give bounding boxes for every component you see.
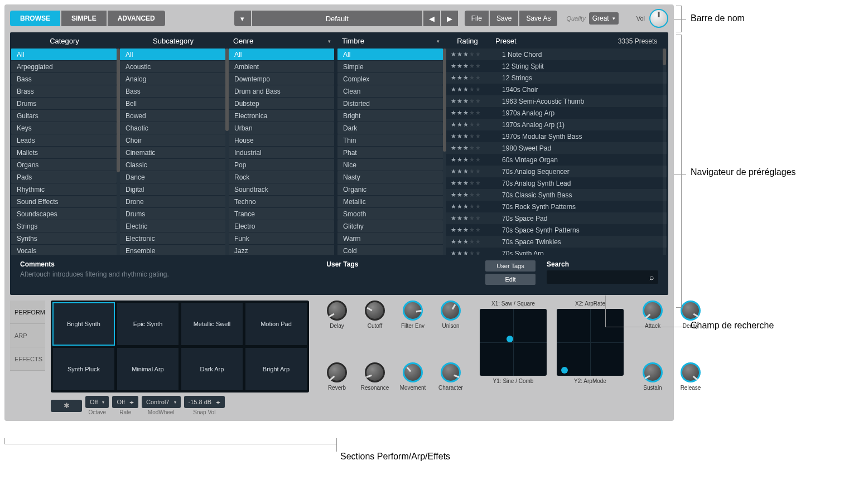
xy-pad-2[interactable] [557, 309, 624, 376]
list-item[interactable]: Downtempo [229, 73, 334, 85]
rating-stars[interactable]: ★★★★★ [446, 203, 498, 210]
list-item[interactable]: Dubstep [229, 98, 334, 109]
list-item[interactable]: Thin [337, 134, 443, 146]
list-item[interactable]: All [337, 49, 443, 60]
preset-row[interactable]: ★★★★★60s Vintage Organ [446, 154, 667, 166]
rating-stars[interactable]: ★★★★★ [446, 238, 498, 245]
list-item[interactable]: Organs [11, 159, 117, 171]
list-item[interactable]: Classic [120, 159, 225, 171]
simple-tab[interactable]: SIMPLE [61, 11, 107, 26]
browse-tab[interactable]: BROWSE [10, 11, 60, 26]
list-item[interactable]: Dance [120, 171, 225, 183]
list-item[interactable]: Rock [229, 171, 334, 183]
knob-reverb[interactable] [327, 362, 347, 382]
rating-stars[interactable]: ★★★★★ [446, 74, 498, 81]
preset-row[interactable]: ★★★★★70s Classic Synth Bass [446, 189, 667, 201]
list-item[interactable]: Warm [337, 232, 443, 244]
preset-row[interactable]: ★★★★★12 String Split [446, 60, 667, 72]
perform-pad[interactable]: Bright Synth [52, 302, 115, 346]
preset-name[interactable]: Default [252, 11, 422, 26]
next-preset-button[interactable]: ▶ [441, 11, 458, 26]
list-item[interactable]: Bass [11, 73, 117, 85]
rating-stars[interactable]: ★★★★★ [446, 109, 498, 117]
rating-stars[interactable]: ★★★★★ [446, 86, 498, 93]
list-item[interactable]: Bell [120, 98, 225, 109]
quality-select[interactable]: Great▾ [589, 12, 619, 25]
modwheel-select[interactable]: Control7▾ [142, 396, 181, 408]
rating-stars[interactable]: ★★★★★ [446, 98, 498, 105]
list-item[interactable]: Drums [120, 208, 225, 220]
knob-release[interactable] [681, 362, 701, 382]
preset-row[interactable]: ★★★★★70s Rock Synth Patterns [446, 201, 667, 212]
list-item[interactable]: Electro [229, 220, 334, 232]
perform-tab[interactable]: PERFORM [10, 301, 45, 324]
preset-row[interactable]: ★★★★★70s Space Pad [446, 212, 667, 224]
list-item[interactable]: Jazz [229, 245, 334, 255]
list-item[interactable]: House [229, 134, 334, 146]
list-item[interactable]: Sound Effects [11, 196, 117, 207]
user-tags-button[interactable]: User Tags [485, 260, 536, 272]
list-item[interactable]: All [120, 49, 225, 60]
list-item[interactable]: Smooth [337, 208, 443, 220]
preset-row[interactable]: ★★★★★1970s Analog Arp (1) [446, 119, 667, 130]
xy-dot[interactable] [561, 367, 568, 374]
list-item[interactable]: Analog [120, 73, 225, 85]
list-item[interactable]: Techno [229, 196, 334, 207]
perform-pad[interactable]: Dark Arp [181, 347, 243, 391]
knob-attack[interactable] [643, 301, 663, 321]
snap-vol[interactable]: -15.8 dB◂▸ [184, 396, 225, 408]
octave-select[interactable]: Off▾ [85, 396, 109, 408]
xy-dot[interactable] [506, 336, 513, 342]
list-item[interactable]: Drums [11, 98, 117, 109]
list-item[interactable]: Pop [229, 159, 334, 171]
list-item[interactable]: Electronica [229, 110, 334, 122]
scrollbar[interactable] [663, 49, 666, 65]
knob-filter-env[interactable] [403, 301, 423, 321]
gear-button[interactable]: ✱ [51, 400, 82, 412]
preset-row[interactable]: ★★★★★70s Analog Synth Lead [446, 177, 667, 189]
rating-stars[interactable]: ★★★★★ [446, 168, 498, 175]
list-item[interactable]: Nasty [337, 171, 443, 183]
list-item[interactable]: Arpeggiated [11, 61, 117, 72]
knob-character[interactable] [441, 362, 461, 382]
rating-stars[interactable]: ★★★★★ [446, 156, 498, 163]
list-item[interactable]: All [229, 49, 334, 60]
list-item[interactable]: Guitars [11, 110, 117, 122]
list-item[interactable]: Ensemble [120, 245, 225, 255]
preset-row[interactable]: ★★★★★70s Space Synth Patterns [446, 224, 667, 236]
list-item[interactable]: Funk [229, 232, 334, 244]
list-item[interactable]: Acoustic [120, 61, 225, 72]
rating-stars[interactable]: ★★★★★ [446, 215, 498, 222]
rating-stars[interactable]: ★★★★★ [446, 144, 498, 152]
edit-button[interactable]: Edit [485, 274, 536, 285]
xy-pad-1[interactable] [480, 309, 547, 376]
list-item[interactable]: Digital [120, 183, 225, 195]
header-genre[interactable]: Genre▾ [228, 37, 336, 45]
list-item[interactable]: Electronic [120, 232, 225, 244]
advanced-tab[interactable]: ADVANCED [108, 11, 165, 26]
list-item[interactable]: Soundscapes [11, 208, 117, 220]
list-item[interactable]: Clean [337, 85, 443, 97]
preset-row[interactable]: ★★★★★1940s Choir [446, 84, 667, 95]
list-item[interactable]: Electric [120, 220, 225, 232]
knob-decay[interactable] [681, 301, 701, 321]
list-item[interactable]: Ambient [229, 61, 334, 72]
perform-pad[interactable]: Metallic Swell [181, 302, 243, 346]
perform-pad[interactable]: Motion Pad [245, 302, 307, 346]
rating-stars[interactable]: ★★★★★ [446, 180, 498, 187]
list-item[interactable]: All [11, 49, 117, 60]
preset-row[interactable]: ★★★★★70s Analog Sequencer [446, 166, 667, 177]
preset-row[interactable]: ★★★★★12 Strings [446, 72, 667, 84]
file-button[interactable]: File [465, 11, 489, 26]
knob-sustain[interactable] [643, 362, 663, 382]
perform-pad[interactable]: Bright Arp [245, 347, 307, 391]
list-item[interactable]: Drone [120, 196, 225, 207]
list-item[interactable]: Choir [120, 134, 225, 146]
search-input[interactable] [551, 273, 649, 282]
list-item[interactable]: Soundtrack [229, 183, 334, 195]
list-item[interactable]: Cinematic [120, 147, 225, 158]
list-item[interactable]: Cold [337, 245, 443, 255]
rating-stars[interactable]: ★★★★★ [446, 226, 498, 234]
list-item[interactable]: Trance [229, 208, 334, 220]
list-item[interactable]: Metallic [337, 196, 443, 207]
